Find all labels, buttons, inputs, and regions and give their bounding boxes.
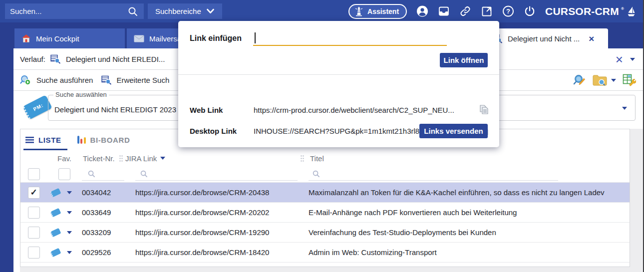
ticket-number-cell[interactable]: 0033209 bbox=[82, 228, 125, 237]
jira-link-cell[interactable]: https://jira.cursor.de/browse/CRM-20202 bbox=[125, 208, 300, 217]
ticket-icon bbox=[50, 208, 61, 217]
row-actions-caret-icon[interactable] bbox=[67, 231, 72, 234]
svg-text:?: ? bbox=[506, 7, 510, 15]
user-profile-icon[interactable] bbox=[416, 5, 428, 17]
brand-text: CURSOR-CRM bbox=[545, 5, 619, 17]
global-search-input[interactable]: Suchen... bbox=[5, 3, 144, 19]
external-link-icon[interactable] bbox=[481, 5, 493, 17]
drag-handle-icon[interactable] bbox=[119, 155, 123, 162]
dialog-divider bbox=[178, 74, 499, 75]
brand-logo: CURSOR-CRM® bbox=[545, 5, 636, 17]
inbox-tray-icon[interactable] bbox=[438, 5, 450, 17]
tab-close-icon[interactable]: × bbox=[589, 34, 594, 43]
send-links-button[interactable]: Links versenden bbox=[419, 124, 488, 138]
ticket-number-cell[interactable]: 0034042 bbox=[82, 188, 125, 197]
jira-link-cell[interactable]: https://jira.cursor.de/browse/CRM-20438 bbox=[125, 188, 300, 197]
column-header-jira-label: JIRA Link bbox=[125, 154, 157, 163]
ticket-number-cell[interactable]: 0029526 bbox=[82, 248, 125, 257]
result-panel: LISTE BI-BOARD Fav. Ticket-Nr. JIRA Li bbox=[20, 129, 630, 267]
crm-window: Suchen... Suchbereiche Assistent bbox=[0, 0, 644, 272]
lighthouse-icon bbox=[354, 5, 363, 17]
sort-caret-icon[interactable] bbox=[160, 157, 165, 160]
tab-bi-board[interactable]: BI-BOARD bbox=[75, 131, 136, 150]
fav-filter-checkbox[interactable] bbox=[58, 168, 70, 180]
bottom-gutter bbox=[20, 267, 630, 272]
run-search-button[interactable]: Suche ausführen bbox=[20, 75, 93, 86]
title-filter-input[interactable] bbox=[309, 168, 558, 181]
search-select-label: Suche auswählen bbox=[53, 91, 109, 98]
open-saved-searches-button[interactable] bbox=[593, 74, 616, 86]
folder-search-icon bbox=[593, 74, 608, 86]
tab-delegiert-und-nicht[interactable]: Delegiert und Nicht ... × bbox=[485, 28, 608, 48]
home-icon bbox=[21, 34, 31, 43]
column-header-ticket-label: Ticket-Nr. bbox=[83, 154, 115, 163]
folder-search-caret-icon[interactable] bbox=[611, 79, 616, 82]
row-checkbox[interactable] bbox=[28, 247, 40, 259]
power-logout-icon[interactable] bbox=[524, 5, 536, 17]
jira-link-cell[interactable]: https://jira.cursor.de/browse/CRM-19290 bbox=[125, 228, 300, 237]
view-tab-label: LISTE bbox=[38, 136, 61, 144]
tab-liste[interactable]: LISTE bbox=[23, 131, 67, 150]
tab-mein-cockpit[interactable]: Mein Cockpit bbox=[14, 28, 125, 48]
link-input[interactable] bbox=[253, 30, 447, 46]
web-link-value[interactable]: https://crm-prod.cursor.de/webclient/sea… bbox=[254, 106, 473, 114]
magnifier-play-icon bbox=[20, 75, 32, 86]
topbar-actions: Assistent ? CURSOR-CRM® bbox=[348, 0, 636, 22]
web-link-row: Web Link https://crm-prod.cursor.de/webc… bbox=[190, 104, 489, 115]
run-search-label: Suche ausführen bbox=[36, 76, 93, 84]
table-row[interactable]: 0034042 https://jira.cursor.de/browse/CR… bbox=[20, 183, 630, 203]
assistant-button[interactable]: Assistent bbox=[348, 4, 407, 19]
ticket-filter-input[interactable] bbox=[82, 168, 124, 181]
search-icon[interactable] bbox=[127, 5, 139, 17]
envelope-icon bbox=[134, 35, 144, 42]
link-dialog: Link einfügen Link öffnen Web Link https… bbox=[178, 21, 499, 147]
advanced-search-label: Erweiterte Such bbox=[116, 76, 169, 84]
table-row[interactable]: 0033649 https://jira.cursor.de/browse/CR… bbox=[20, 203, 630, 223]
open-link-button[interactable]: Link öffnen bbox=[440, 53, 488, 67]
right-gutter bbox=[630, 129, 644, 272]
row-actions-caret-icon[interactable] bbox=[67, 191, 72, 194]
advanced-search-button[interactable]: Erweiterte Such bbox=[101, 75, 169, 85]
row-actions-caret-icon[interactable] bbox=[67, 211, 72, 214]
column-header-fav[interactable]: Fav. bbox=[47, 154, 82, 163]
table-row[interactable]: 0033209 https://jira.cursor.de/browse/CR… bbox=[20, 223, 630, 243]
select-all-checkbox[interactable] bbox=[28, 168, 40, 180]
search-select-value: Delegiert und Nicht ERLEDIGT 2023 bbox=[54, 105, 176, 114]
title-cell[interactable]: Maximalanzahl an Token für die K&A-Kache… bbox=[300, 188, 630, 197]
ticket-number-cell[interactable]: 0033649 bbox=[82, 208, 125, 217]
collapsed-sidebar[interactable] bbox=[0, 48, 13, 272]
brand-reg: ® bbox=[621, 6, 624, 11]
magnifier-edit-icon[interactable] bbox=[573, 74, 586, 87]
row-actions-caret-icon[interactable] bbox=[67, 251, 72, 254]
view-tab-label: BI-BOARD bbox=[90, 136, 130, 144]
table-settings-icon[interactable] bbox=[623, 74, 636, 87]
text-cursor bbox=[255, 32, 256, 43]
table-search-icon bbox=[50, 54, 61, 64]
top-bar: Suchen... Suchbereiche Assistent bbox=[0, 0, 644, 22]
column-header-ticket[interactable]: Ticket-Nr. bbox=[82, 154, 125, 163]
title-cell[interactable]: E-Mail-Anhänge nach PDF konvertieren auc… bbox=[300, 208, 630, 217]
chevron-down-icon bbox=[207, 8, 215, 15]
clear-history-icon[interactable]: × bbox=[616, 53, 623, 66]
column-header-jira[interactable]: JIRA Link bbox=[125, 154, 300, 163]
column-header-title[interactable]: Titel bbox=[300, 154, 630, 163]
table-header-row: Fav. Ticket-Nr. JIRA Link Titel bbox=[20, 150, 630, 166]
row-checkbox[interactable] bbox=[28, 227, 40, 239]
history-dropdown-caret-icon[interactable] bbox=[630, 58, 635, 61]
search-select-caret-icon[interactable] bbox=[622, 107, 627, 110]
sailboat-icon bbox=[626, 5, 636, 17]
copy-web-link-icon[interactable] bbox=[479, 104, 489, 115]
jira-link-cell[interactable]: https://jira.cursor.de/browse/CRM-18420 bbox=[125, 248, 300, 257]
title-cell[interactable]: Admin im Web: Customizing-Transport bbox=[300, 248, 630, 257]
table-row[interactable]: 0029526 https://jira.cursor.de/browse/CR… bbox=[20, 243, 630, 263]
desktop-link-label: Desktop Link bbox=[190, 127, 254, 135]
row-checkbox[interactable] bbox=[28, 207, 40, 219]
title-cell[interactable]: Vereinfachung des Test-Studio-Deployment… bbox=[300, 228, 630, 237]
row-checkbox[interactable] bbox=[28, 187, 40, 199]
search-scopes-button[interactable]: Suchbereiche bbox=[148, 3, 222, 19]
drag-handle-icon[interactable] bbox=[300, 155, 305, 162]
history-item[interactable]: Delegiert und Nicht ERLEDI... bbox=[66, 55, 165, 63]
jira-filter-input[interactable] bbox=[135, 168, 298, 181]
help-icon[interactable]: ? bbox=[502, 5, 514, 17]
link-icon[interactable] bbox=[459, 5, 471, 17]
